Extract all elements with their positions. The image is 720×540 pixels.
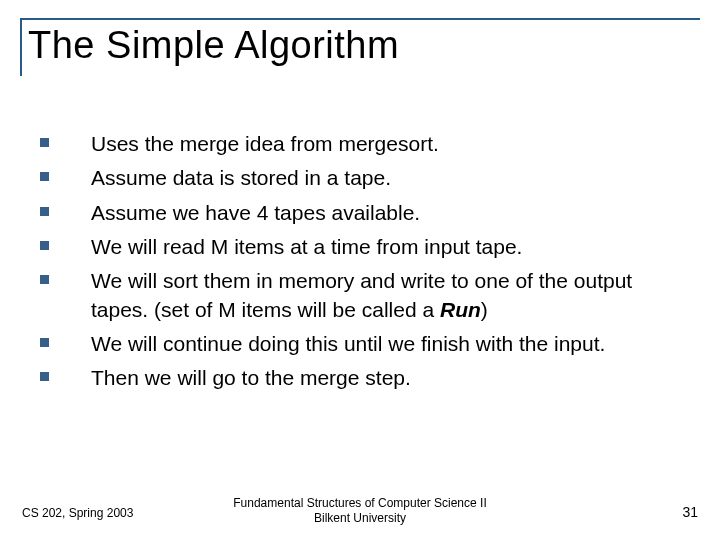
bullet-item: Assume data is stored in a tape.: [40, 164, 690, 192]
footer-center-line2: Bilkent University: [0, 511, 720, 526]
title-rule-top: [20, 18, 700, 20]
footer-page-number: 31: [682, 504, 698, 520]
bullet-item: Assume we have 4 tapes available.: [40, 199, 690, 227]
square-bullet-icon: [40, 207, 49, 216]
bullet-text: Assume data is stored in a tape.: [91, 164, 690, 192]
bullet-text: We will read M items at a time from inpu…: [91, 233, 690, 261]
bullet-item: We will read M items at a time from inpu…: [40, 233, 690, 261]
bullet-item: Then we will go to the merge step.: [40, 364, 690, 392]
bullet-item: Uses the merge idea from mergesort.: [40, 130, 690, 158]
slide-body: Uses the merge idea from mergesort.Assum…: [40, 130, 690, 399]
footer-center: Fundamental Structures of Computer Scien…: [0, 496, 720, 526]
footer-center-line1: Fundamental Structures of Computer Scien…: [0, 496, 720, 511]
run-emphasis: Run: [440, 298, 481, 321]
slide: The Simple Algorithm Uses the merge idea…: [0, 0, 720, 540]
square-bullet-icon: [40, 172, 49, 181]
bullet-text: We will sort them in memory and write to…: [91, 267, 690, 324]
bullet-item: We will sort them in memory and write to…: [40, 267, 690, 324]
bullet-item: We will continue doing this until we fin…: [40, 330, 690, 358]
square-bullet-icon: [40, 138, 49, 147]
bullet-text: We will continue doing this until we fin…: [91, 330, 690, 358]
square-bullet-icon: [40, 275, 49, 284]
bullet-text: Uses the merge idea from mergesort.: [91, 130, 690, 158]
slide-title: The Simple Algorithm: [28, 24, 399, 67]
square-bullet-icon: [40, 338, 49, 347]
bullet-text: Then we will go to the merge step.: [91, 364, 690, 392]
bullet-text: Assume we have 4 tapes available.: [91, 199, 690, 227]
square-bullet-icon: [40, 372, 49, 381]
square-bullet-icon: [40, 241, 49, 250]
